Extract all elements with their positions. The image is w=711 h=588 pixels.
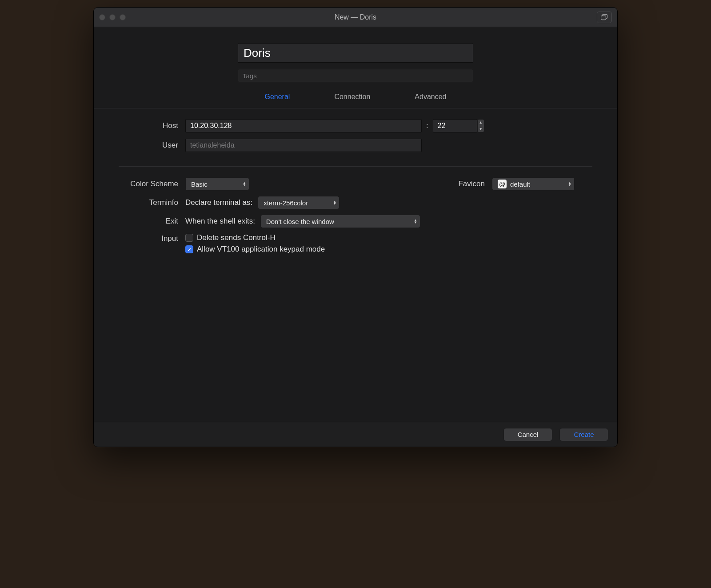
- color-scheme-label: Color Scheme: [119, 180, 185, 188]
- exit-label: Exit: [119, 217, 185, 226]
- delete-ctrl-h-label: Delete sends Control-H: [197, 233, 276, 242]
- titlebar: New — Doris: [94, 8, 617, 27]
- tab-advanced[interactable]: Advanced: [415, 93, 446, 101]
- port-step-up[interactable]: ▲: [477, 119, 484, 126]
- chevron-updown-icon: ▲▼: [568, 182, 571, 186]
- input-label: Input: [119, 233, 185, 243]
- duplicate-window-button[interactable]: [597, 12, 612, 23]
- close-window-button[interactable]: [99, 14, 105, 20]
- create-button[interactable]: Create: [559, 428, 608, 441]
- window-stack-icon: [601, 14, 608, 20]
- minimize-window-button[interactable]: [109, 14, 116, 20]
- connection-section: Host : ▲ ▼ User: [94, 108, 617, 158]
- vt100-keypad-checkbox[interactable]: ✓: [185, 245, 193, 253]
- zoom-window-button[interactable]: [120, 14, 126, 20]
- favicon-label: Favicon: [425, 180, 492, 188]
- window-body: General Connection Advanced Host : ▲ ▼ U…: [94, 27, 617, 447]
- profile-name-input[interactable]: [238, 43, 473, 63]
- terminfo-select[interactable]: xterm-256color ▲▼: [258, 196, 340, 209]
- terminfo-text: Declare terminal as:: [185, 198, 258, 207]
- color-scheme-value: Basic: [191, 180, 208, 188]
- terminfo-label: Terminfo: [119, 198, 185, 207]
- delete-ctrl-h-checkbox[interactable]: [185, 234, 193, 242]
- tab-general[interactable]: General: [264, 93, 290, 101]
- window-title: New — Doris: [94, 13, 617, 21]
- footer: Cancel Create: [94, 422, 617, 447]
- port-separator: :: [422, 121, 433, 130]
- tab-bar: General Connection Advanced: [94, 82, 617, 108]
- exit-value: Don't close the window: [266, 218, 334, 225]
- chevron-updown-icon: ▲▼: [333, 200, 336, 205]
- terminfo-value: xterm-256color: [264, 199, 308, 207]
- color-scheme-select[interactable]: Basic ▲▼: [185, 177, 249, 191]
- exit-select[interactable]: Don't close the window ▲▼: [260, 215, 420, 228]
- tab-connection[interactable]: Connection: [334, 93, 370, 101]
- user-label: User: [119, 141, 185, 150]
- traffic-lights: [99, 14, 126, 20]
- cancel-button[interactable]: Cancel: [503, 428, 552, 441]
- host-input[interactable]: [185, 119, 422, 132]
- settings-section: Color Scheme Basic ▲▼ Favicon @ default …: [94, 167, 617, 262]
- vt100-keypad-label: Allow VT100 application keypad mode: [197, 245, 325, 254]
- host-label: Host: [119, 121, 185, 130]
- app-window: New — Doris General Connection Advanced …: [93, 7, 618, 447]
- port-step-down[interactable]: ▼: [477, 126, 484, 133]
- port-stepper[interactable]: ▲ ▼: [477, 119, 484, 132]
- favicon-select[interactable]: @ default ▲▼: [492, 177, 575, 191]
- header-fields: [94, 27, 617, 82]
- at-sign-icon: @: [498, 180, 507, 188]
- exit-text: When the shell exits:: [185, 217, 260, 226]
- svg-rect-1: [601, 16, 606, 20]
- user-input[interactable]: [185, 139, 422, 152]
- chevron-updown-icon: ▲▼: [414, 219, 417, 224]
- chevron-updown-icon: ▲▼: [243, 182, 246, 186]
- favicon-value: default: [510, 180, 530, 188]
- tags-input[interactable]: [238, 69, 473, 82]
- port-input[interactable]: [433, 119, 477, 132]
